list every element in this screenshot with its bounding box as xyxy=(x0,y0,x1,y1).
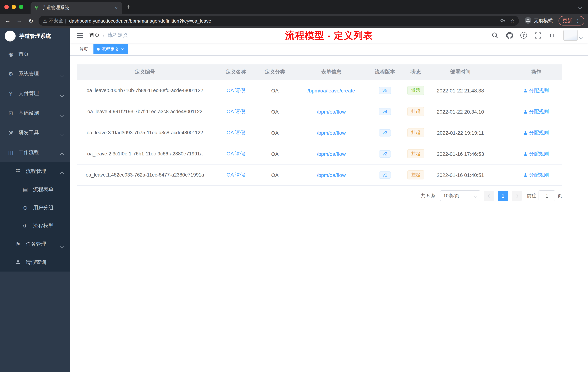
tag-process-definition[interactable]: 流程定义 × xyxy=(94,44,127,54)
breadcrumb-home[interactable]: 首页 xyxy=(89,32,100,39)
chevron-down-icon xyxy=(474,194,478,198)
sidebar-item-label: 研发工具 xyxy=(19,130,39,136)
update-label: 更新 xyxy=(563,17,572,24)
sidebar-item-label: 流程模型 xyxy=(33,223,53,229)
version-badge: v5 xyxy=(379,87,391,94)
tags-view: 首页 流程定义 × xyxy=(70,43,588,56)
bookmark-star-icon[interactable]: ☆ xyxy=(510,18,514,23)
sidebar-item-user-group[interactable]: ⊙ 用户分组 xyxy=(0,199,70,217)
sidebar-item-infrastructure[interactable]: ⊡ 基础设施 xyxy=(0,103,70,123)
active-dot xyxy=(97,48,100,51)
security-indicator[interactable]: ⚠ 不安全 | xyxy=(43,17,66,24)
fullscreen-icon[interactable] xyxy=(534,32,541,39)
version-badge: v4 xyxy=(379,108,391,115)
form-info-link[interactable]: /bpm/oa/flow xyxy=(317,130,346,136)
sidebar-item-leave-query[interactable]: 请假查询 xyxy=(0,253,70,272)
sidebar-item-label: 任务管理 xyxy=(26,241,46,248)
reload-button[interactable]: ↻ xyxy=(27,17,35,24)
form-info-link[interactable]: /bpm/oa/flow xyxy=(317,172,346,178)
font-size-icon[interactable]: tT xyxy=(549,32,556,39)
window-zoom-button[interactable] xyxy=(19,5,23,9)
chevron-down-icon xyxy=(580,33,582,40)
sidebar-item-label: 支付管理 xyxy=(19,90,39,97)
tag-close-icon[interactable]: × xyxy=(121,47,124,52)
sidebar-item-label: 工作流程 xyxy=(19,149,39,156)
pagination: 共 5 条 10条/页 1 前往 页 xyxy=(77,190,562,201)
sidebar-item-dev-tools[interactable]: ⚒ 研发工具 xyxy=(0,123,70,143)
definition-table: 定义编号 定义名称 定义分类 表单信息 流程版本 状态 部署时间 操作 xyxy=(77,65,562,186)
sidebar-item-home[interactable]: ◉ 首页 xyxy=(0,44,70,64)
forward-button[interactable]: → xyxy=(15,17,23,24)
sidebar-item-system[interactable]: ⚙ 系统管理 xyxy=(0,64,70,84)
assign-rule-link[interactable]: 分配规则 xyxy=(524,151,549,157)
password-key-icon[interactable] xyxy=(500,17,506,24)
sidebar: 芋道管理系统 ◉ 首页 ⚙ 系统管理 ¥ 支付管理 ⊡ 基础设施 xyxy=(0,28,70,372)
goto-unit: 页 xyxy=(557,193,562,199)
tab-title: 芋道管理系统 xyxy=(42,5,111,11)
cell-id: oa_leave:1:482ec033-762a-11ec-8477-a2380… xyxy=(77,164,213,186)
sidebar-item-process-form[interactable]: ▤ 流程表单 xyxy=(0,181,70,199)
sidebar-item-label: 用户分组 xyxy=(33,205,53,211)
user-menu[interactable] xyxy=(563,30,582,41)
next-page-button[interactable] xyxy=(512,191,522,201)
definition-name-link[interactable]: OA 请假 xyxy=(227,151,245,156)
cell-filler xyxy=(488,101,510,122)
cell-category: OA xyxy=(259,122,291,143)
assign-rule-link[interactable]: 分配规则 xyxy=(524,87,549,94)
github-icon[interactable] xyxy=(506,32,513,39)
page-annotation: 流程模型 - 定义列表 xyxy=(285,29,373,42)
browser-tab[interactable]: 芋道管理系统 × xyxy=(31,2,122,14)
new-tab-button[interactable]: + xyxy=(126,3,130,11)
col-definition-category: 定义分类 xyxy=(259,65,291,80)
window-minimize-button[interactable] xyxy=(12,5,16,9)
sidebar-item-label: 流程表单 xyxy=(33,186,53,193)
definition-name-link[interactable]: OA 请假 xyxy=(227,87,245,93)
question-icon[interactable]: ? xyxy=(520,32,527,39)
back-button[interactable]: ← xyxy=(4,17,12,24)
menu-kebab-icon[interactable]: ⋮ xyxy=(575,18,580,24)
tab-search-chevron-icon[interactable] xyxy=(579,4,581,10)
address-bar[interactable]: ⚠ 不安全 | dashboard.yudao.iocoder.cn/bpm/m… xyxy=(39,16,519,26)
form-info-link[interactable]: /bpm/oa/leave/create xyxy=(307,88,355,93)
tag-label: 流程定义 xyxy=(101,46,119,52)
cell-filler xyxy=(488,80,510,101)
update-chip[interactable]: 更新 ⋮ xyxy=(558,16,584,25)
cell-id: oa_leave:2:3c1f0ef1-76b1-11ec-9c66-a2380… xyxy=(77,143,213,164)
definition-name-link[interactable]: OA 请假 xyxy=(227,108,245,114)
definition-name-link[interactable]: OA 请假 xyxy=(227,172,245,177)
assign-rule-link[interactable]: 分配规则 xyxy=(524,172,549,178)
breadcrumb: 首页 / 流程定义 xyxy=(89,32,128,39)
incognito-label: 无痕模式 xyxy=(534,17,553,24)
yen-icon: ¥ xyxy=(8,90,14,97)
col-filler xyxy=(488,65,510,80)
chevron-down-icon xyxy=(61,112,63,118)
tag-home[interactable]: 首页 xyxy=(76,44,91,54)
prev-page-button[interactable] xyxy=(484,191,494,201)
list-icon: ☷ xyxy=(15,168,21,175)
page-size-select[interactable]: 10条/页 xyxy=(440,190,480,201)
tag-label: 首页 xyxy=(79,46,88,52)
sidebar-item-task-management[interactable]: ⚑ 任务管理 xyxy=(0,235,70,253)
col-form-info: 表单信息 xyxy=(291,65,371,80)
pagination-total: 共 5 条 xyxy=(421,193,436,199)
table-row: oa_leave:5:004b710b-7b8a-11ec-8ef0-acde4… xyxy=(77,80,562,101)
assign-rule-link[interactable]: 分配规则 xyxy=(524,108,549,115)
sidebar-item-process-management[interactable]: ☷ 流程管理 xyxy=(0,162,70,181)
assign-rule-link[interactable]: 分配规则 xyxy=(524,129,549,136)
sidebar-item-workflow[interactable]: ◫ 工作流程 xyxy=(0,143,70,162)
page-number-button[interactable]: 1 xyxy=(498,191,508,201)
sidebar-item-payment[interactable]: ¥ 支付管理 xyxy=(0,84,70,103)
page-content: 定义编号 定义名称 定义分类 表单信息 流程版本 状态 部署时间 操作 xyxy=(70,56,588,372)
tab-close-icon[interactable]: × xyxy=(114,5,118,11)
window-close-button[interactable] xyxy=(4,5,9,9)
definition-name-link[interactable]: OA 请假 xyxy=(227,129,245,135)
sidebar-item-process-model[interactable]: ✈ 流程模型 xyxy=(0,217,70,235)
cell-category: OA xyxy=(259,80,291,101)
favicon-sprout-icon xyxy=(34,5,39,11)
sidebar-logo[interactable]: 芋道管理系统 xyxy=(0,28,70,44)
goto-page-input[interactable] xyxy=(538,190,555,201)
form-info-link[interactable]: /bpm/oa/flow xyxy=(317,109,346,114)
form-info-link[interactable]: /bpm/oa/flow xyxy=(317,151,346,157)
search-icon[interactable] xyxy=(491,32,499,39)
hamburger-icon[interactable] xyxy=(76,32,84,39)
